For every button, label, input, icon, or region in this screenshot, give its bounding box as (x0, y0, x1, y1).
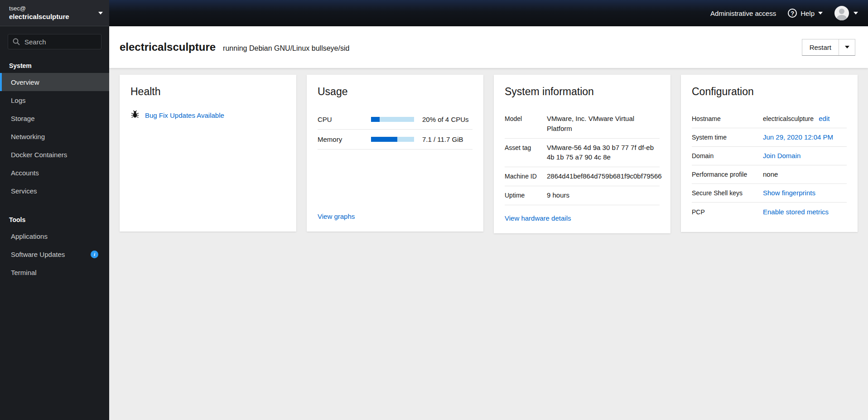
hostname-value: electricalsculpture (763, 115, 814, 122)
nav-section-title: Tools (0, 213, 109, 227)
system-time-link[interactable]: Jun 29, 2020 12:04 PM (763, 133, 833, 141)
host-name: electricalsculpture (9, 12, 98, 21)
help-menu[interactable]: ? Help (788, 9, 823, 18)
host-switcher-labels: tsec@ electricalsculpture (9, 5, 98, 22)
sidebar-item-services[interactable]: Services (0, 182, 109, 200)
content-header: electricalsculpture running Debian GNU/L… (109, 26, 868, 68)
avatar-person-icon (839, 9, 844, 14)
nav-section-system: System Overview Logs Storage Networking … (0, 59, 109, 200)
administrative-access-button[interactable]: Administrative access (710, 10, 776, 17)
memory-label: Memory (318, 135, 371, 143)
nav-section-title: System (0, 59, 109, 73)
cockpit-app: tsec@ electricalsculpture Administrative… (0, 0, 868, 420)
sidebar-item-storage[interactable]: Storage (0, 109, 109, 127)
performance-profile-row: Performance profile none (692, 165, 847, 184)
masthead: tsec@ electricalsculpture Administrative… (0, 0, 868, 26)
health-card: Health (120, 75, 296, 232)
sidebar-item-overview[interactable]: Overview (0, 73, 109, 91)
chevron-down-icon (854, 12, 858, 14)
asset-tag-row: Asset tag VMware-56 4d 9a 30 b7 77 7f df… (505, 139, 660, 168)
page-title: electricalsculpture (120, 41, 216, 53)
sidebar-item-networking[interactable]: Networking (0, 127, 109, 145)
help-label: Help (800, 10, 815, 17)
search-wrap (8, 34, 101, 49)
secure-shell-keys-row: Secure Shell keys Show fingerprints (692, 184, 847, 203)
sidebar-item-logs[interactable]: Logs (0, 91, 109, 109)
model-row: Model VMware, Inc. VMware Virtual Platfo… (505, 110, 660, 139)
bug-icon (130, 110, 140, 121)
chevron-down-icon (818, 12, 823, 14)
join-domain-link[interactable]: Join Domain (763, 152, 800, 159)
info-icon: i (91, 251, 98, 258)
sidebar-item-software-updates[interactable]: Software Updates i (0, 245, 109, 263)
configuration-table: Hostname electricalsculpture edit System… (692, 110, 847, 221)
card-title: Health (130, 86, 285, 98)
cpu-usage-value: 20% of 4 CPUs (422, 116, 469, 123)
enable-stored-metrics-link[interactable]: Enable stored metrics (763, 208, 829, 216)
memory-progress-bar (371, 137, 414, 142)
hostname-row: Hostname electricalsculpture edit (692, 110, 847, 128)
main: electricalsculpture running Debian GNU/L… (109, 26, 868, 420)
session-menu[interactable] (834, 6, 858, 20)
configuration-card: Configuration Hostname electricalsculptu… (681, 75, 858, 232)
cpu-usage-row: CPU 20% of 4 CPUs (318, 110, 473, 130)
avatar (834, 6, 849, 20)
masthead-right: Administrative access ? Help (109, 0, 868, 26)
restart-split-button: Restart (802, 39, 855, 56)
chevron-down-icon (845, 46, 849, 48)
search-icon (13, 38, 20, 47)
host-user: tsec@ (9, 5, 98, 13)
card-title: Usage (318, 86, 473, 98)
restart-dropdown-toggle[interactable] (839, 39, 855, 55)
card-title: System information (505, 86, 660, 98)
cpu-progress-bar (371, 117, 414, 122)
system-time-row: System time Jun 29, 2020 12:04 PM (692, 128, 847, 147)
view-hardware-details-link[interactable]: View hardware details (505, 214, 571, 222)
system-info-table: Model VMware, Inc. VMware Virtual Platfo… (505, 110, 660, 205)
search-input[interactable] (8, 34, 101, 49)
view-graphs-link[interactable]: View graphs (318, 212, 355, 220)
memory-usage-value: 7.1 / 11.7 GiB (422, 135, 463, 143)
machine-id-row: Machine ID 2864d41bef864d759b681f9c0bf79… (505, 167, 660, 186)
bug-fix-updates-link[interactable]: Bug Fix Updates Available (145, 111, 224, 119)
help-icon: ? (788, 9, 797, 18)
restart-button[interactable]: Restart (802, 39, 839, 55)
sidebar: System Overview Logs Storage Networking … (0, 26, 109, 420)
sidebar-item-terminal[interactable]: Terminal (0, 263, 109, 281)
usage-table: CPU 20% of 4 CPUs Memory 7.1 / 11.7 Gi (318, 110, 473, 150)
uptime-row: Uptime 9 hours (505, 186, 660, 205)
overview-cards: Health (109, 68, 868, 420)
system-information-card: System information Model VMware, Inc. VM… (494, 75, 670, 233)
os-subtitle: running Debian GNU/Linux bullseye/sid (223, 44, 349, 53)
performance-profile-value: none (763, 169, 847, 179)
sidebar-item-docker-containers[interactable]: Docker Containers (0, 145, 109, 164)
host-switcher[interactable]: tsec@ electricalsculpture (0, 0, 109, 26)
chevron-down-icon (98, 12, 103, 14)
health-updates-item: Bug Fix Updates Available (130, 110, 285, 121)
sidebar-item-accounts[interactable]: Accounts (0, 164, 109, 182)
edit-hostname-link[interactable]: edit (819, 115, 829, 122)
card-title: Configuration (692, 86, 847, 98)
pcp-row: PCP Enable stored metrics (692, 203, 847, 221)
cpu-label: CPU (318, 116, 371, 123)
nav-section-tools: Tools Applications Software Updates i Te… (0, 213, 109, 281)
sidebar-item-applications[interactable]: Applications (0, 227, 109, 245)
memory-usage-row: Memory 7.1 / 11.7 GiB (318, 130, 473, 150)
usage-card: Usage CPU 20% of 4 CPUs Memory (307, 75, 483, 232)
domain-row: Domain Join Domain (692, 147, 847, 165)
show-fingerprints-link[interactable]: Show fingerprints (763, 189, 815, 197)
